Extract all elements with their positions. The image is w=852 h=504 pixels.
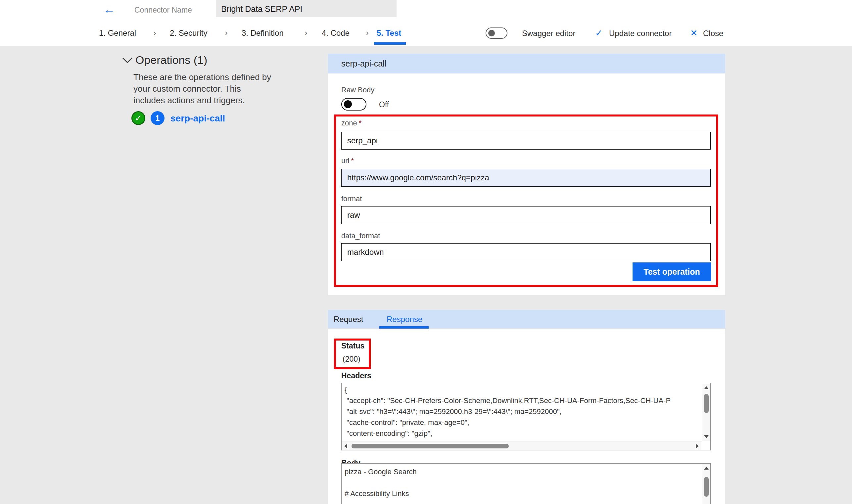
tab-code[interactable]: 4. Code (322, 29, 350, 38)
headers-text: { "accept-ch": "Sec-CH-Prefers-Color-Sch… (342, 383, 701, 450)
status-value: (200) (342, 355, 360, 364)
scroll-right-icon[interactable] (696, 444, 699, 448)
top-bar: ← Connector Name Bright Data SERP API 1.… (0, 0, 852, 46)
back-icon[interactable]: ← (103, 3, 115, 17)
operations-description: These are the operations defined by your… (134, 71, 272, 106)
required-asterisk: * (359, 119, 362, 127)
data-format-input[interactable] (341, 243, 711, 261)
operation-title: serp-api-call (341, 59, 386, 69)
scrollbar-thumb[interactable] (704, 477, 709, 497)
format-label: format (341, 195, 363, 203)
body-box[interactable]: pizza - Google Search # Accessibility Li… (341, 463, 711, 504)
operations-title[interactable]: Operations (1) (136, 54, 207, 67)
url-label: url* (341, 157, 354, 165)
body-text: pizza - Google Search # Accessibility Li… (342, 464, 701, 504)
wizard-nav: 1. General › 2. Security › 3. Definition… (0, 20, 852, 46)
tab-request[interactable]: Request (334, 315, 363, 324)
tab-definition[interactable]: 3. Definition (242, 29, 284, 38)
vertical-scrollbar[interactable] (702, 383, 710, 441)
scroll-up-icon[interactable] (704, 386, 709, 389)
test-form-panel: serp-api-call Raw Body Off zone* url* fo… (328, 54, 725, 295)
active-tab-underline (379, 326, 429, 329)
response-panel: Request Response Status (200) Headers { … (328, 310, 725, 504)
close-button[interactable]: Close (703, 29, 723, 38)
request-response-tab-bar: Request Response (328, 310, 725, 329)
zone-input[interactable] (341, 132, 711, 149)
chevron-down-icon[interactable] (122, 57, 133, 64)
raw-body-state: Off (379, 100, 389, 109)
horizontal-scrollbar[interactable] (342, 442, 702, 450)
connector-name-value: Bright Data SERP API (221, 4, 303, 14)
operation-number-badge: 1 (150, 111, 164, 125)
chevron-right-icon: › (225, 28, 228, 38)
operation-header-bar: serp-api-call (328, 54, 725, 73)
headers-box[interactable]: { "accept-ch": "Sec-CH-Prefers-Color-Sch… (341, 383, 711, 450)
chevron-right-icon: › (304, 28, 307, 38)
vertical-scrollbar[interactable] (702, 464, 710, 504)
connector-name-field[interactable]: Bright Data SERP API (216, 0, 396, 17)
operation-success-icon: ✓ (131, 111, 145, 125)
chevron-right-icon: › (366, 28, 369, 38)
headers-label: Headers (341, 371, 371, 380)
operation-link-serp-api-call[interactable]: serp-api-call (171, 113, 225, 124)
connector-name-label: Connector Name (135, 6, 192, 15)
data-format-label: data_format (341, 232, 381, 240)
tab-general[interactable]: 1. General (99, 29, 136, 38)
toggle-knob (344, 100, 352, 108)
scroll-down-icon[interactable] (704, 435, 709, 438)
format-input[interactable] (341, 206, 711, 224)
chevron-right-icon: › (153, 28, 156, 38)
close-icon: ✕ (690, 28, 698, 38)
status-label: Status (341, 342, 365, 350)
scrollbar-thumb[interactable] (704, 394, 709, 413)
scroll-up-icon[interactable] (704, 467, 709, 470)
scrollbar-thumb[interactable] (352, 444, 509, 448)
test-operation-button[interactable]: Test operation (633, 263, 711, 281)
update-connector-button[interactable]: Update connector (609, 29, 672, 38)
required-asterisk: * (351, 157, 354, 165)
raw-body-toggle[interactable] (341, 98, 367, 110)
tab-security[interactable]: 2. Security (170, 29, 207, 38)
tab-response[interactable]: Response (387, 315, 422, 324)
raw-body-label: Raw Body (341, 86, 374, 94)
scroll-left-icon[interactable] (344, 444, 347, 448)
url-input[interactable] (341, 169, 711, 187)
toggle-knob (488, 30, 495, 36)
tab-test[interactable]: 5. Test (377, 29, 401, 38)
swagger-editor-toggle[interactable] (485, 28, 508, 39)
zone-label: zone* (341, 119, 361, 127)
swagger-editor-label: Swagger editor (522, 29, 575, 38)
checkmark-icon: ✓ (595, 28, 603, 38)
